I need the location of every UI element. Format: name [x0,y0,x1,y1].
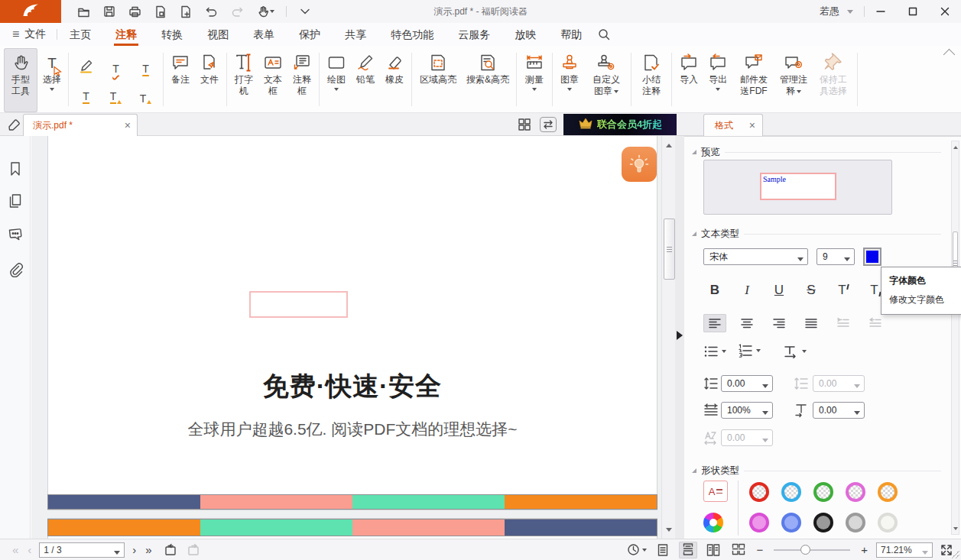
tab-protect[interactable]: 保护 [287,23,333,46]
undo-button[interactable] [204,5,219,18]
text-type-section-header[interactable]: 文本类型 [692,228,941,240]
autoscroll-button[interactable] [627,543,647,556]
tab-grid-view-button[interactable] [517,117,532,132]
shape-color-red[interactable] [749,482,769,502]
open-file-button[interactable] [76,5,91,19]
bullet-list-button[interactable] [703,345,726,358]
italic-button[interactable]: I [735,280,758,300]
hand-mode-button[interactable] [256,5,274,18]
panel-scroll-down[interactable] [952,525,959,534]
summary-button[interactable]: 小结注释 [635,48,668,112]
import-comments-button[interactable]: 导入 [675,48,703,112]
attachments-panel-button[interactable] [8,261,24,277]
superscript-button[interactable]: T [832,280,855,300]
menu-search-button[interactable] [597,28,611,41]
underline-text-button[interactable]: T [131,50,161,80]
document-tab[interactable]: 演示.pdf * × [23,114,138,136]
shape-color-black[interactable] [813,513,833,532]
highlight-text-button[interactable] [71,50,101,80]
numbered-list-button[interactable] [738,343,761,358]
previous-view-button[interactable] [163,543,178,557]
export-page-button[interactable] [154,5,167,19]
user-account-button[interactable]: 若愚 [820,5,853,18]
shape-color-gray[interactable] [846,513,865,532]
area-highlight-button[interactable]: 区域高亮 [415,48,461,112]
note-button[interactable]: 备注 [167,48,194,112]
shape-color-orange[interactable] [878,482,898,502]
format-tab-close-icon[interactable]: × [749,120,755,131]
color-wheel-button[interactable] [703,513,723,532]
tab-present[interactable]: 放映 [502,23,548,46]
manage-comments-button[interactable]: 管理注释 [776,48,811,112]
tab-features[interactable]: 特色功能 [378,23,446,46]
text-direction-button[interactable] [782,345,807,358]
callout-button[interactable]: 注释框 [288,48,316,112]
zoom-level-select[interactable]: 71.21% [876,542,933,558]
shape-color-blue[interactable] [781,513,801,532]
promo-banner[interactable]: 联合会员4折起 [563,114,677,135]
custom-stamp-button[interactable]: 自定义图章 [585,48,628,112]
eraser-button[interactable]: 橡皮 [381,48,408,112]
font-family-select[interactable]: 宋体 [703,248,808,265]
tab-share[interactable]: 共享 [333,23,378,46]
draw-button[interactable]: 绘图 [323,48,350,112]
comments-panel-button[interactable] [8,226,24,242]
align-center-button[interactable] [735,314,758,332]
redo-button[interactable] [230,5,245,18]
facing-continuous-view-button[interactable] [729,542,748,558]
tab-convert[interactable]: 转换 [149,23,195,46]
zoom-out-button[interactable]: − [755,544,765,555]
next-page-button[interactable]: › [128,544,141,555]
panel-scroll-up[interactable] [952,141,959,151]
single-page-view-button[interactable] [654,542,672,558]
bookmarks-panel-button[interactable] [8,160,23,177]
insert-text-button[interactable]: T [131,80,161,110]
underline-button[interactable]: U [768,280,791,300]
scroll-down-button[interactable] [662,525,675,537]
add-page-button[interactable] [179,5,193,19]
last-page-button[interactable]: » [141,544,156,555]
select-tool-button[interactable]: T 选择 [39,48,65,112]
zoom-in-button[interactable]: + [859,544,869,555]
app-logo[interactable] [0,0,61,23]
textbox-button[interactable]: 文本框 [259,48,287,112]
measure-button[interactable]: 测量 [520,48,549,112]
scroll-up-button[interactable] [662,138,675,150]
tab-help[interactable]: 帮助 [548,23,594,46]
close-button[interactable] [929,0,961,23]
strikethrough-button[interactable]: S [800,280,823,300]
document-tab-close-icon[interactable]: × [125,120,131,131]
pdf-page-2[interactable] [47,518,657,539]
shape-color-magenta[interactable] [846,482,865,502]
export-comments-button[interactable]: 导出 [704,48,732,112]
shape-color-white[interactable] [878,513,898,532]
align-justify-button[interactable] [800,314,823,332]
page-number-select[interactable]: 1 / 3 [39,542,125,558]
textbox-annotation[interactable] [249,291,348,318]
save-button[interactable] [102,5,116,18]
font-size-select[interactable]: 9 [817,248,855,265]
line-spacing-select[interactable]: 0.00 [721,375,773,392]
shape-color-green[interactable] [813,482,833,502]
align-right-button[interactable] [768,314,791,332]
file-menu-button[interactable]: ≡ 文件 [0,23,57,46]
hand-tool-button[interactable]: 手型工具 [4,48,37,112]
tab-switch-button[interactable] [540,117,557,132]
search-highlight-button[interactable]: 搜索&高亮 [463,48,513,112]
font-color-button[interactable] [863,248,881,266]
zoom-slider[interactable] [774,549,850,551]
pdf-page-1[interactable]: 免费·快速·安全 全球用户超越6.5亿. 阅读PDF文档的理想选择~ [47,136,657,510]
align-left-button[interactable] [703,314,726,332]
squiggly-underline-button[interactable]: T [101,50,131,80]
continuous-view-button[interactable] [679,542,697,558]
maximize-button[interactable] [897,0,929,23]
tab-view[interactable]: 视图 [195,23,241,46]
panel-splitter[interactable] [675,136,684,539]
assistant-bulb-button[interactable] [622,147,657,182]
textbox-style-button[interactable]: A [703,481,728,502]
format-panel-tab[interactable]: 格式 × [703,114,763,136]
pencil-button[interactable]: 铅笔 [352,48,379,112]
preview-section-header[interactable]: 预览 [692,146,941,158]
horizontal-scale-select[interactable]: 100% [721,402,773,419]
print-button[interactable] [128,5,142,19]
